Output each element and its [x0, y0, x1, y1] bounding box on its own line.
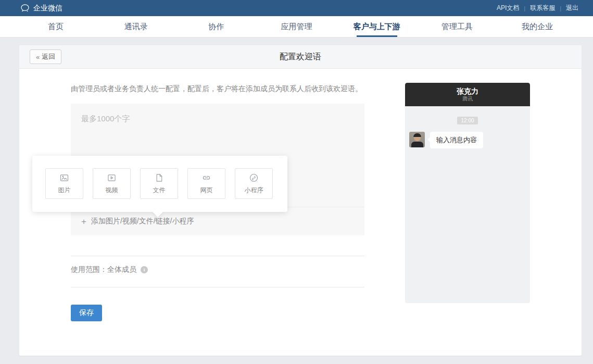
attach-option-miniprogram[interactable]: 小程序: [235, 168, 273, 199]
attach-option-file[interactable]: 文件: [140, 168, 178, 199]
timestamp-badge: 12:00: [457, 117, 477, 124]
separator: |: [524, 5, 525, 11]
divider: [71, 287, 364, 287]
message-row: 输入消息内容: [409, 132, 530, 148]
avatar: [409, 132, 425, 147]
link-icon: [201, 172, 212, 183]
chat-preview-panel: 张克力 腾讯 12:00 输入消息内容: [405, 83, 530, 303]
add-attachment-label: 添加图片/视频/文件/链接/小程序: [91, 217, 194, 226]
back-button[interactable]: « 返回: [30, 49, 61, 64]
scope-value: 全体成员: [107, 265, 136, 274]
card-header: « 返回 配置欢迎语: [19, 45, 582, 69]
brand-label: 企业微信: [33, 4, 62, 13]
contact-name: 张克力: [457, 87, 478, 96]
wework-logo-icon: [20, 3, 30, 14]
timestamp-wrap: 12:00: [405, 115, 530, 124]
attach-option-label: 文件: [153, 186, 166, 195]
topbar: 企业微信 API文档 | 联系客服 | 退出: [0, 0, 593, 16]
tab-my-company[interactable]: 我的企业: [497, 16, 577, 37]
description-text: 由管理员或者业务负责人统一配置，配置后，客户将在添加成员为联系人后收到该欢迎语。: [71, 84, 362, 94]
tab-contacts[interactable]: 通讯录: [96, 16, 176, 37]
miniprogram-icon: [248, 172, 259, 183]
attach-option-label: 网页: [200, 186, 213, 195]
scope-row: 使用范围： 全体成员 i: [71, 265, 148, 274]
back-button-label: 返回: [42, 52, 55, 61]
back-chevron-icon: «: [36, 53, 40, 61]
attach-option-label: 视频: [106, 186, 118, 195]
separator: |: [560, 5, 561, 11]
attach-option-label: 图片: [58, 186, 71, 195]
attach-option-image[interactable]: 图片: [45, 168, 83, 199]
preview-header: 张克力 腾讯: [405, 83, 530, 106]
file-icon: [154, 172, 165, 183]
main-nav: 首页 通讯录 协作 应用管理 客户与上下游 管理工具 我的企业: [0, 16, 593, 37]
info-icon[interactable]: i: [141, 266, 148, 273]
image-icon: [59, 172, 70, 183]
attachment-type-popup: 图片 视频 文件: [32, 156, 287, 212]
tab-collaboration[interactable]: 协作: [176, 16, 256, 37]
message-bubble: 输入消息内容: [430, 132, 483, 148]
contact-support-link[interactable]: 联系客服: [528, 4, 557, 12]
tab-customers[interactable]: 客户与上下游: [337, 16, 417, 37]
page-title: 配置欢迎语: [19, 52, 582, 62]
contact-org: 腾讯: [462, 96, 473, 102]
brand[interactable]: 企业微信: [20, 3, 62, 14]
divider: [71, 256, 364, 256]
topbar-links: API文档 | 联系客服 | 退出: [495, 4, 581, 12]
video-icon: [106, 172, 117, 183]
card-body: 由管理员或者业务负责人统一配置，配置后，客户将在添加成员为联系人后收到该欢迎语。…: [19, 69, 582, 355]
api-docs-link[interactable]: API文档: [495, 4, 521, 12]
logout-link[interactable]: 退出: [564, 4, 581, 12]
scope-label: 使用范围：: [71, 265, 107, 274]
attach-option-webpage[interactable]: 网页: [187, 168, 225, 199]
tab-admin-tools[interactable]: 管理工具: [417, 16, 497, 37]
plus-icon: +: [81, 217, 86, 226]
attach-option-video[interactable]: 视频: [93, 168, 131, 199]
attach-option-label: 小程序: [245, 186, 263, 195]
welcome-config-card: « 返回 配置欢迎语 由管理员或者业务负责人统一配置，配置后，客户将在添加成员为…: [19, 45, 582, 356]
save-button[interactable]: 保存: [71, 305, 102, 321]
tab-app-management[interactable]: 应用管理: [256, 16, 336, 37]
tab-home[interactable]: 首页: [16, 16, 96, 37]
